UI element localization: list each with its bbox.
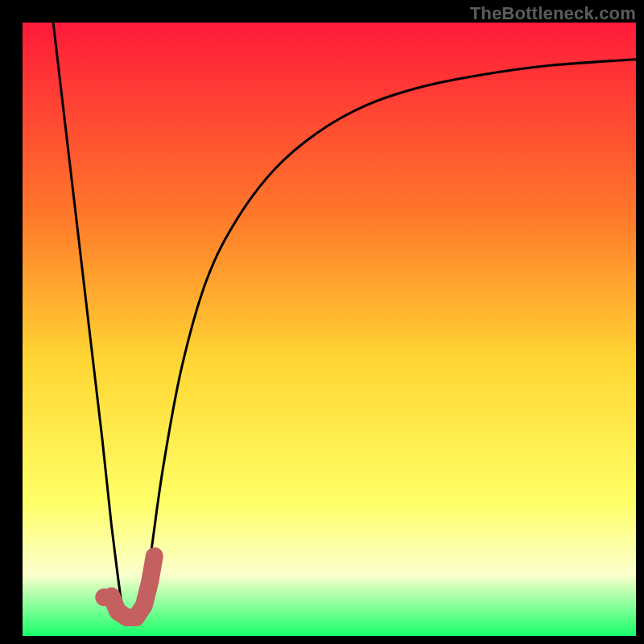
chart-frame: TheBottleneck.com [0, 0, 644, 644]
plot-svg [23, 23, 636, 636]
optimal-dot-marker [95, 588, 113, 606]
watermark-text: TheBottleneck.com [470, 3, 636, 24]
plot-wrapper [23, 23, 636, 636]
